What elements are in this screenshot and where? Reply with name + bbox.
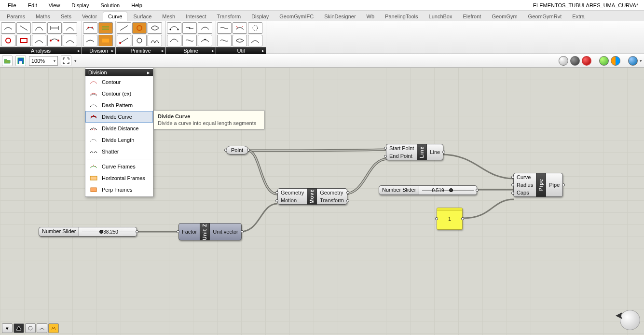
tab-wb[interactable]: Wb [362, 12, 380, 21]
ribbon-icon[interactable] [98, 35, 113, 46]
tab-elefront[interactable]: Elefront [458, 12, 486, 21]
ribbon-icon[interactable] [132, 22, 147, 34]
ribbon-icon[interactable] [217, 22, 232, 34]
ribbon-icon[interactable] [117, 35, 131, 46]
tab-transform[interactable]: Transform [212, 12, 246, 21]
status-btn[interactable] [25, 323, 36, 333]
ribbon-icon[interactable] [233, 35, 247, 46]
svg-point-8 [137, 26, 142, 30]
ribbon-icon[interactable] [132, 35, 147, 46]
tab-sets[interactable]: Sets [56, 12, 76, 21]
ribbon-icon[interactable] [16, 35, 31, 46]
unitz-component[interactable]: Factor Unit Z Unit vector [178, 223, 242, 240]
ribbon-label-division[interactable]: Division▸ [82, 47, 115, 54]
number-slider-2[interactable]: Number Slider 0.519 [379, 185, 477, 195]
ribbon-icon[interactable] [98, 22, 113, 34]
ribbon-icon[interactable] [83, 35, 97, 46]
tab-intersect[interactable]: Intersect [181, 12, 211, 21]
tab-surface[interactable]: Surface [128, 12, 156, 21]
save-button[interactable] [15, 56, 26, 66]
ribbon-label-analysis[interactable]: Analysis▸ [0, 47, 82, 54]
display-mode-icon[interactable] [611, 56, 620, 66]
display-mode-icon[interactable] [628, 56, 638, 66]
compass-icon[interactable] [620, 310, 640, 330]
tab-skindesigner[interactable]: SkinDesigner [319, 12, 360, 21]
ribbon-icon[interactable] [248, 35, 262, 46]
ribbon-icon[interactable] [16, 22, 31, 34]
ribbon-icon[interactable] [148, 35, 162, 46]
ribbon-icon[interactable] [1, 35, 15, 46]
menu-file[interactable]: File [2, 1, 22, 10]
ribbon-icon[interactable] [32, 35, 46, 46]
ribbon-icon[interactable] [32, 22, 46, 34]
tab-maths[interactable]: Maths [31, 12, 55, 21]
ribbon-icon[interactable] [182, 22, 197, 34]
ribbon-icon[interactable] [47, 35, 62, 46]
ribbon-icon[interactable] [63, 22, 77, 34]
display-mode-icon[interactable] [599, 56, 609, 66]
zoom-extents-button[interactable] [61, 56, 71, 66]
ribbon-icon[interactable] [47, 22, 62, 34]
dd-contour[interactable]: Contour [85, 76, 153, 88]
dd-divide-distance[interactable]: Divide Distance [85, 123, 153, 134]
ribbon-icon[interactable] [217, 35, 232, 46]
dd-perp-frames[interactable]: Perp Frames [85, 184, 153, 195]
display-mode-icon[interactable] [582, 56, 591, 66]
ribbon-icon[interactable] [1, 22, 15, 34]
tab-curve[interactable]: Curve [103, 12, 127, 21]
ribbon-icon[interactable] [167, 22, 181, 34]
menu-edit[interactable]: Edit [22, 1, 43, 10]
dd-horizontal-frames[interactable]: Horizontal Frames [85, 172, 153, 184]
tab-geomgym[interactable]: GeomGym [487, 12, 522, 21]
ribbon-icon[interactable] [117, 22, 131, 34]
dd-dash-pattern[interactable]: Dash Pattern [85, 99, 153, 111]
pipe-component[interactable]: CurveRadiusCaps Pipe Pipe [513, 173, 563, 197]
tab-mesh[interactable]: Mesh [157, 12, 180, 21]
menu-view[interactable]: View [43, 1, 66, 10]
ribbon-label-primitive[interactable]: Primitive▸ [116, 47, 165, 54]
ribbon-icon[interactable] [233, 22, 247, 34]
zoom-select[interactable]: 100% [29, 56, 58, 66]
dd-contour-ex[interactable]: Contour (ex) [85, 88, 153, 99]
ribbon-icon[interactable] [198, 35, 212, 46]
ribbon-label-spline[interactable]: Spline▸ [166, 47, 216, 54]
ribbon-icon[interactable] [248, 22, 262, 34]
ribbon-label-util[interactable]: Util▸ [216, 47, 266, 54]
tab-vector[interactable]: Vector [77, 12, 102, 21]
point-param[interactable]: Point [226, 146, 248, 154]
ribbon-icon[interactable] [167, 35, 181, 46]
menu-solution[interactable]: Solution [95, 1, 125, 10]
tab-geomgymifc[interactable]: GeomGymIFC [274, 12, 318, 21]
ribbon-icon[interactable] [198, 22, 212, 34]
display-mode-icon[interactable] [559, 56, 568, 66]
tab-extra[interactable]: Extra [567, 12, 589, 21]
dd-shatter[interactable]: Shatter [85, 146, 153, 157]
menu-help[interactable]: Help [125, 1, 148, 10]
dd-curve-frames[interactable]: Curve Frames [85, 161, 153, 172]
tooltip: Divide Curve Divide a curve into equal l… [153, 110, 264, 129]
menu-display[interactable]: Display [66, 1, 95, 10]
svg-point-12 [189, 28, 191, 29]
line-component[interactable]: Start PointEnd Point Line Line [386, 144, 443, 160]
status-btn[interactable] [14, 323, 24, 333]
panel[interactable]: 1 [437, 208, 463, 230]
move-component[interactable]: GeometryMotion Move GeometryTransform [277, 188, 347, 205]
ribbon-icon[interactable] [63, 35, 77, 46]
number-slider-1[interactable]: Number Slider 38.250 [39, 227, 137, 237]
tab-params[interactable]: Params [2, 12, 30, 21]
tab-lunchbox[interactable]: LunchBox [424, 12, 457, 21]
tab-display[interactable]: Display [247, 12, 274, 21]
ribbon-icon[interactable] [83, 22, 97, 34]
status-btn[interactable] [37, 323, 47, 333]
tab-panelingtools[interactable]: PanelingTools [380, 12, 423, 21]
dd-divide-length[interactable]: Divide Length [85, 134, 153, 146]
tab-geomgymrvt[interactable]: GeomGymRvt [523, 12, 567, 21]
ribbon-icon[interactable] [182, 35, 197, 46]
open-button[interactable] [2, 56, 13, 66]
canvas[interactable]: Division▸ Contour Contour (ex) Dash Patt… [0, 68, 644, 335]
dd-divide-curve[interactable]: Divide Curve [85, 111, 153, 123]
status-btn[interactable] [48, 323, 59, 333]
status-btn[interactable]: ▾ [2, 323, 13, 333]
display-mode-icon[interactable] [570, 56, 580, 66]
ribbon-icon[interactable] [148, 22, 162, 34]
